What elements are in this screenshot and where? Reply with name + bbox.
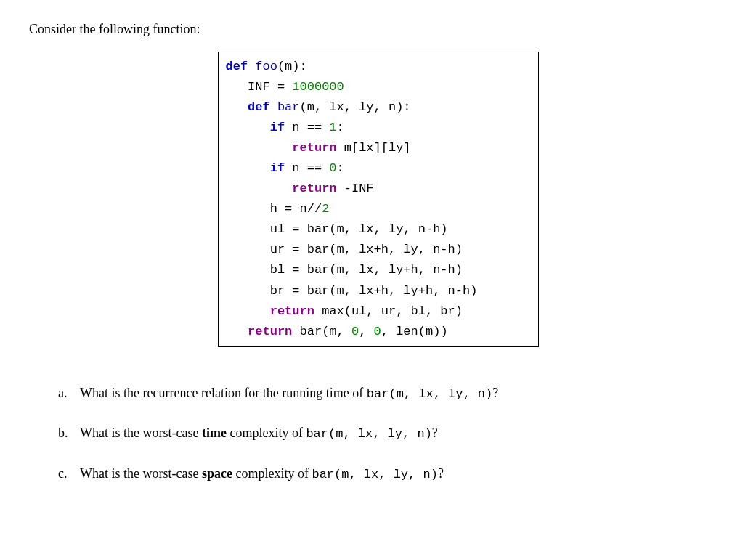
- num: 0: [351, 325, 359, 338]
- text: ?: [438, 466, 444, 481]
- kw-return: return: [292, 141, 336, 155]
- text: What is the recurrence relation for the …: [80, 386, 367, 400]
- questions-list: a. What is the recurrence relation for t…: [58, 383, 727, 484]
- question-c: c. What is the worst-case space complexi…: [58, 464, 727, 484]
- code-text: (m):: [277, 60, 307, 73]
- code-block: def foo(m): INF = 1000000 def bar(m, lx,…: [218, 52, 539, 347]
- code-inline: bar(m, lx, ly, n): [306, 427, 431, 441]
- fn-bar: bar: [277, 100, 300, 114]
- code-text: :: [337, 161, 344, 175]
- num: 1: [329, 121, 336, 134]
- code-text: n ==: [285, 161, 329, 175]
- kw-def: def: [226, 60, 248, 73]
- text: ?: [432, 426, 438, 440]
- marker-b: b.: [58, 423, 80, 444]
- code-text: bar(m,: [292, 325, 351, 338]
- text: complexity of: [232, 466, 312, 481]
- kw-return: return: [248, 325, 292, 338]
- question-c-text: What is the worst-case space complexity …: [80, 464, 444, 484]
- marker-c: c.: [58, 464, 80, 484]
- code-text: bl = bar(m, lx, ly+h, n-h): [226, 263, 463, 277]
- code-text: [226, 141, 293, 155]
- num: 0: [374, 325, 381, 338]
- kw-return: return: [270, 304, 314, 318]
- text: What is the worst-case: [80, 426, 202, 440]
- code-text: n ==: [285, 121, 329, 134]
- code-text: ul = bar(m, lx, ly, n-h): [226, 222, 448, 236]
- kw-if: if: [270, 161, 285, 175]
- text: What is the worst-case: [80, 466, 202, 481]
- code-text: :: [337, 121, 344, 134]
- code-inline: bar(m, lx, ly, n): [312, 468, 437, 481]
- question-a: a. What is the recurrence relation for t…: [58, 383, 727, 404]
- code-text: [226, 304, 270, 318]
- question-b-text: What is the worst-case time complexity o…: [80, 423, 438, 444]
- kw-def: def: [248, 100, 270, 114]
- num: 2: [322, 202, 329, 216]
- code-text: ur = bar(m, lx+h, ly, n-h): [226, 243, 463, 256]
- bold-time: time: [202, 426, 227, 440]
- question-a-text: What is the recurrence relation for the …: [80, 383, 498, 404]
- question-b: b. What is the worst-case time complexit…: [58, 423, 727, 444]
- fn-foo: foo: [255, 60, 277, 73]
- code-text: (m, lx, ly, n):: [300, 100, 411, 114]
- num: 0: [329, 161, 336, 175]
- code-inline: bar(m, lx, ly, n): [367, 387, 492, 401]
- marker-a: a.: [58, 383, 80, 404]
- code-text: max(ul, ur, bl, br): [314, 304, 463, 318]
- code-text: , len(m)): [381, 325, 448, 338]
- code-text: [226, 325, 248, 338]
- code-text: br = bar(m, lx+h, ly+h, n-h): [226, 284, 478, 298]
- code-text: ,: [359, 325, 373, 338]
- code-text: [226, 121, 270, 134]
- code-text: -INF: [337, 182, 374, 195]
- kw-return: return: [292, 182, 336, 195]
- kw-if: if: [270, 121, 285, 134]
- code-text: m[lx][ly]: [337, 141, 411, 155]
- code-text: INF =: [226, 80, 293, 94]
- code-text: h = n//: [226, 202, 322, 216]
- text: ?: [492, 386, 498, 400]
- text: complexity of: [227, 426, 306, 440]
- code-text: [226, 182, 293, 195]
- intro-text: Consider the following function:: [29, 22, 727, 37]
- bold-space: space: [202, 466, 232, 481]
- num: 1000000: [292, 80, 344, 94]
- code-text: [226, 161, 270, 175]
